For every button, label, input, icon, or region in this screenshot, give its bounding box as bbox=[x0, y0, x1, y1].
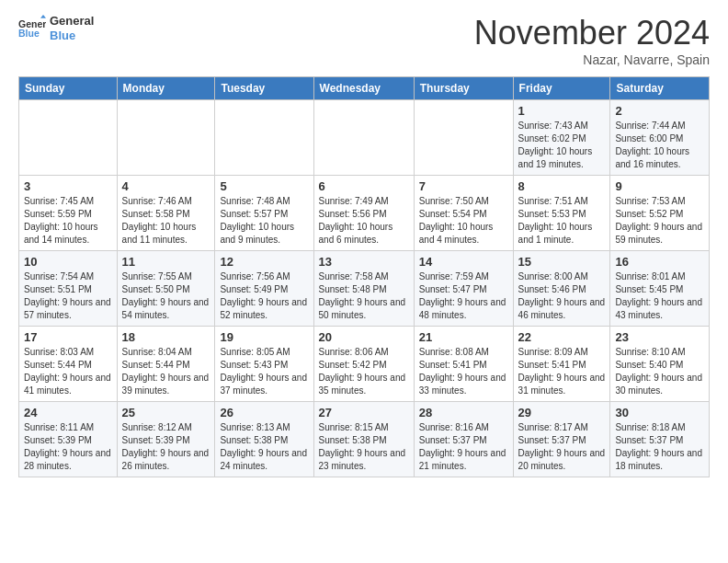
weekday-header-tuesday: Tuesday bbox=[215, 77, 313, 100]
calendar-cell: 11Sunrise: 7:55 AM Sunset: 5:50 PM Dayli… bbox=[117, 251, 215, 327]
day-info: Sunrise: 8:06 AM Sunset: 5:42 PM Dayligh… bbox=[319, 346, 409, 397]
day-number: 14 bbox=[419, 255, 508, 269]
day-info: Sunrise: 8:00 AM Sunset: 5:46 PM Dayligh… bbox=[518, 270, 606, 322]
day-number: 26 bbox=[220, 406, 308, 419]
calendar-cell: 7Sunrise: 7:50 AM Sunset: 5:54 PM Daylig… bbox=[414, 176, 513, 251]
day-info: Sunrise: 8:03 AM Sunset: 5:44 PM Dayligh… bbox=[24, 346, 112, 397]
day-info: Sunrise: 8:09 AM Sunset: 5:41 PM Dayligh… bbox=[518, 346, 606, 397]
day-info: Sunrise: 7:59 AM Sunset: 5:47 PM Dayligh… bbox=[419, 270, 508, 322]
day-info: Sunrise: 8:18 AM Sunset: 5:37 PM Dayligh… bbox=[615, 421, 704, 473]
weekday-header-friday: Friday bbox=[513, 77, 610, 100]
calendar-cell: 18Sunrise: 8:04 AM Sunset: 5:44 PM Dayli… bbox=[117, 327, 215, 402]
calendar-cell bbox=[215, 100, 313, 176]
day-number: 24 bbox=[24, 406, 112, 419]
day-number: 7 bbox=[419, 179, 508, 193]
logo-text-line1: General bbox=[50, 14, 94, 29]
day-info: Sunrise: 7:54 AM Sunset: 5:51 PM Dayligh… bbox=[24, 270, 112, 322]
calendar-cell: 2Sunrise: 7:44 AM Sunset: 6:00 PM Daylig… bbox=[610, 100, 710, 176]
calendar-cell: 3Sunrise: 7:45 AM Sunset: 5:59 PM Daylig… bbox=[19, 176, 118, 251]
day-number: 22 bbox=[518, 330, 606, 344]
day-number: 16 bbox=[615, 255, 704, 269]
day-number: 28 bbox=[419, 406, 508, 419]
calendar-cell bbox=[117, 100, 215, 176]
calendar-cell: 26Sunrise: 8:13 AM Sunset: 5:38 PM Dayli… bbox=[215, 402, 313, 477]
day-number: 3 bbox=[24, 179, 112, 193]
calendar-cell: 20Sunrise: 8:06 AM Sunset: 5:42 PM Dayli… bbox=[313, 327, 414, 402]
calendar-cell: 14Sunrise: 7:59 AM Sunset: 5:47 PM Dayli… bbox=[414, 251, 513, 327]
calendar-cell: 23Sunrise: 8:10 AM Sunset: 5:40 PM Dayli… bbox=[610, 327, 710, 402]
weekday-header-wednesday: Wednesday bbox=[313, 77, 414, 100]
calendar-cell: 27Sunrise: 8:15 AM Sunset: 5:38 PM Dayli… bbox=[313, 402, 414, 477]
day-number: 6 bbox=[319, 179, 409, 193]
calendar-cell: 1Sunrise: 7:43 AM Sunset: 6:02 PM Daylig… bbox=[513, 100, 610, 176]
weekday-header-monday: Monday bbox=[117, 77, 215, 100]
day-info: Sunrise: 7:53 AM Sunset: 5:52 PM Dayligh… bbox=[615, 195, 704, 247]
day-number: 21 bbox=[419, 330, 508, 344]
day-info: Sunrise: 8:13 AM Sunset: 5:38 PM Dayligh… bbox=[220, 421, 308, 473]
page-header: General Blue General Blue November 2024 … bbox=[18, 14, 710, 67]
day-info: Sunrise: 8:15 AM Sunset: 5:38 PM Dayligh… bbox=[319, 421, 409, 473]
weekday-header-thursday: Thursday bbox=[414, 77, 513, 100]
calendar-cell: 17Sunrise: 8:03 AM Sunset: 5:44 PM Dayli… bbox=[19, 327, 118, 402]
weekday-header-sunday: Sunday bbox=[19, 77, 118, 100]
calendar-cell: 24Sunrise: 8:11 AM Sunset: 5:39 PM Dayli… bbox=[19, 402, 118, 477]
weekday-header-saturday: Saturday bbox=[610, 77, 710, 100]
day-info: Sunrise: 8:16 AM Sunset: 5:37 PM Dayligh… bbox=[419, 421, 508, 473]
day-number: 13 bbox=[319, 255, 409, 269]
calendar-cell: 13Sunrise: 7:58 AM Sunset: 5:48 PM Dayli… bbox=[313, 251, 414, 327]
calendar-cell: 9Sunrise: 7:53 AM Sunset: 5:52 PM Daylig… bbox=[610, 176, 710, 251]
day-info: Sunrise: 7:51 AM Sunset: 5:53 PM Dayligh… bbox=[518, 195, 606, 247]
logo-text-line2: Blue bbox=[50, 29, 94, 43]
day-number: 17 bbox=[24, 330, 112, 344]
day-info: Sunrise: 7:58 AM Sunset: 5:48 PM Dayligh… bbox=[319, 270, 409, 322]
svg-marker-2 bbox=[40, 15, 46, 18]
day-number: 27 bbox=[319, 406, 409, 419]
day-info: Sunrise: 7:49 AM Sunset: 5:56 PM Dayligh… bbox=[319, 195, 409, 247]
day-number: 20 bbox=[319, 330, 409, 344]
day-info: Sunrise: 8:04 AM Sunset: 5:44 PM Dayligh… bbox=[122, 346, 210, 397]
day-number: 18 bbox=[122, 330, 210, 344]
day-number: 29 bbox=[518, 406, 606, 419]
day-info: Sunrise: 8:01 AM Sunset: 5:45 PM Dayligh… bbox=[615, 270, 704, 322]
title-block: November 2024 Nazar, Navarre, Spain bbox=[474, 14, 710, 67]
day-info: Sunrise: 7:43 AM Sunset: 6:02 PM Dayligh… bbox=[518, 120, 606, 171]
day-number: 19 bbox=[220, 330, 308, 344]
calendar-cell: 15Sunrise: 8:00 AM Sunset: 5:46 PM Dayli… bbox=[513, 251, 610, 327]
calendar-cell: 4Sunrise: 7:46 AM Sunset: 5:58 PM Daylig… bbox=[117, 176, 215, 251]
day-info: Sunrise: 7:55 AM Sunset: 5:50 PM Dayligh… bbox=[122, 270, 210, 322]
calendar-cell: 25Sunrise: 8:12 AM Sunset: 5:39 PM Dayli… bbox=[117, 402, 215, 477]
day-number: 1 bbox=[518, 104, 606, 118]
day-number: 8 bbox=[518, 179, 606, 193]
day-number: 15 bbox=[518, 255, 606, 269]
calendar-cell: 8Sunrise: 7:51 AM Sunset: 5:53 PM Daylig… bbox=[513, 176, 610, 251]
svg-text:Blue: Blue bbox=[18, 28, 40, 39]
day-number: 9 bbox=[615, 179, 704, 193]
day-info: Sunrise: 7:50 AM Sunset: 5:54 PM Dayligh… bbox=[419, 195, 508, 247]
day-info: Sunrise: 7:45 AM Sunset: 5:59 PM Dayligh… bbox=[24, 195, 112, 247]
day-info: Sunrise: 8:10 AM Sunset: 5:40 PM Dayligh… bbox=[615, 346, 704, 397]
calendar-cell: 6Sunrise: 7:49 AM Sunset: 5:56 PM Daylig… bbox=[313, 176, 414, 251]
day-info: Sunrise: 8:05 AM Sunset: 5:43 PM Dayligh… bbox=[220, 346, 308, 397]
day-number: 12 bbox=[220, 255, 308, 269]
calendar-cell: 30Sunrise: 8:18 AM Sunset: 5:37 PM Dayli… bbox=[610, 402, 710, 477]
logo: General Blue General Blue bbox=[18, 14, 94, 42]
day-number: 23 bbox=[615, 330, 704, 344]
day-number: 4 bbox=[122, 179, 210, 193]
day-number: 2 bbox=[615, 104, 704, 118]
day-number: 11 bbox=[122, 255, 210, 269]
calendar-cell: 28Sunrise: 8:16 AM Sunset: 5:37 PM Dayli… bbox=[414, 402, 513, 477]
day-info: Sunrise: 8:17 AM Sunset: 5:37 PM Dayligh… bbox=[518, 421, 606, 473]
day-number: 10 bbox=[24, 255, 112, 269]
day-info: Sunrise: 7:56 AM Sunset: 5:49 PM Dayligh… bbox=[220, 270, 308, 322]
calendar-cell: 22Sunrise: 8:09 AM Sunset: 5:41 PM Dayli… bbox=[513, 327, 610, 402]
day-number: 5 bbox=[220, 179, 308, 193]
calendar-cell: 21Sunrise: 8:08 AM Sunset: 5:41 PM Dayli… bbox=[414, 327, 513, 402]
calendar-cell: 19Sunrise: 8:05 AM Sunset: 5:43 PM Dayli… bbox=[215, 327, 313, 402]
calendar-cell: 5Sunrise: 7:48 AM Sunset: 5:57 PM Daylig… bbox=[215, 176, 313, 251]
day-info: Sunrise: 7:46 AM Sunset: 5:58 PM Dayligh… bbox=[122, 195, 210, 247]
calendar-cell bbox=[19, 100, 118, 176]
day-info: Sunrise: 8:11 AM Sunset: 5:39 PM Dayligh… bbox=[24, 421, 112, 473]
location: Nazar, Navarre, Spain bbox=[474, 52, 710, 67]
calendar-cell: 10Sunrise: 7:54 AM Sunset: 5:51 PM Dayli… bbox=[19, 251, 118, 327]
day-number: 30 bbox=[615, 406, 704, 419]
